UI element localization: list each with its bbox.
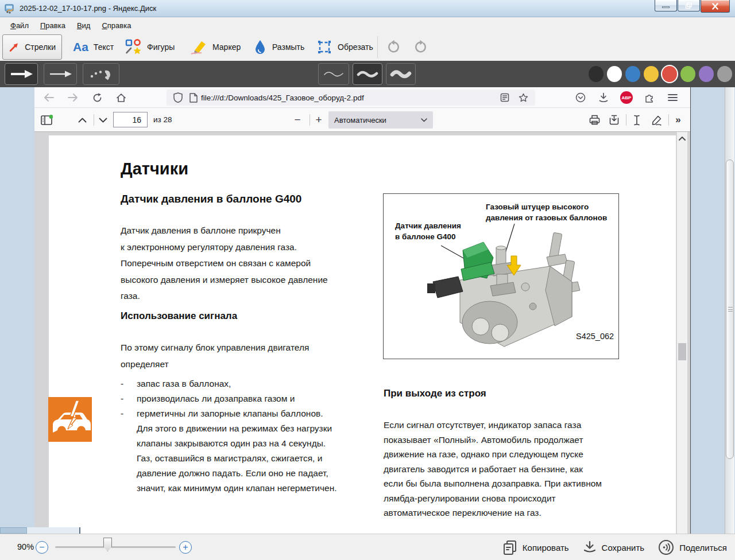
arrow-style-dotted-button[interactable]	[83, 63, 119, 85]
editor-horizontal-scrollbar-thumb[interactable]	[0, 527, 27, 534]
pdf-toolbar-separator	[94, 114, 94, 126]
color-swatch-gray[interactable]	[717, 66, 732, 82]
save-button[interactable]: Сохранить	[583, 540, 645, 554]
shapes-tool-label: Фигуры	[147, 42, 175, 52]
pdf-draw-pen-icon[interactable]	[649, 112, 664, 127]
style-bar	[0, 61, 735, 87]
line-weight-medium-button[interactable]	[353, 63, 382, 85]
reload-icon[interactable]	[90, 91, 105, 104]
menu-bar: Файл Правка Вид Справка	[0, 17, 735, 33]
editor-vscrollbar-thumb[interactable]	[726, 160, 734, 459]
shapes-tool-button[interactable]: Фигуры	[118, 34, 181, 60]
downloads-icon[interactable]	[596, 91, 611, 104]
pdf-zoom-out-icon[interactable]: −	[290, 112, 305, 127]
home-icon[interactable]	[114, 91, 129, 104]
editor-vertical-scrollbar[interactable]	[725, 87, 734, 534]
chevron-down-icon	[421, 118, 427, 122]
blur-tool-button[interactable]: Размыть	[247, 34, 311, 60]
zoom-in-button[interactable]: +	[179, 541, 192, 554]
menu-file[interactable]: Файл	[5, 19, 34, 32]
back-icon[interactable]	[41, 91, 56, 104]
color-swatch-green[interactable]	[680, 66, 695, 82]
arrows-tool-label: Стрелки	[25, 42, 56, 52]
list-dash: -	[121, 391, 137, 406]
download-icon	[583, 540, 597, 554]
zoom-out-button[interactable]: −	[36, 541, 48, 554]
arrow-style-solid-button[interactable]	[5, 63, 38, 85]
menu-view[interactable]: Вид	[71, 19, 96, 32]
color-swatch-white[interactable]	[607, 66, 622, 82]
yandex-disk-editor-window: 2025-12-02_17-10-17.png - Яндекс.Диск Фа…	[0, 0, 735, 560]
zoom-level-label: 90%	[17, 542, 34, 551]
pdf-page-number-input[interactable]	[113, 112, 148, 127]
close-button[interactable]	[701, 0, 730, 13]
color-swatch-black[interactable]	[589, 66, 604, 82]
marker-tool-button[interactable]: Маркер	[183, 34, 247, 60]
pdf-text-select-icon[interactable]	[629, 112, 644, 127]
pdf-toolbar-separator	[668, 114, 669, 126]
arrows-tool-button[interactable]: Стрелки	[2, 34, 62, 60]
electrical-warning-icon	[48, 397, 92, 442]
undo-button[interactable]	[384, 38, 403, 56]
pdf-content-area: Датчики Датчик давления в баллоне G400 Д…	[34, 132, 690, 534]
pdf-scrollbar[interactable]	[677, 132, 687, 534]
line-weight-thin-button[interactable]	[318, 63, 349, 85]
copy-button[interactable]: Копировать	[502, 540, 569, 555]
url-bar[interactable]: file:///d:/Downloads/425_Газовое_оборуд-…	[167, 90, 535, 106]
editor-bottom-bar: 90% − + Копировать Сохранить	[0, 534, 735, 560]
list-item: - герметичны ли запорные клапаны баллоно…	[121, 406, 390, 496]
zoom-slider-track[interactable]	[55, 546, 176, 548]
extensions-puzzle-icon[interactable]	[642, 91, 657, 104]
line-weight-thick-button[interactable]	[386, 63, 416, 85]
droplet-icon	[253, 39, 267, 55]
color-swatch-red-selected[interactable]	[662, 66, 677, 82]
pdf-next-page-icon[interactable]	[95, 112, 110, 127]
restore-button[interactable]	[678, 0, 700, 11]
pdf-more-tools-icon[interactable]: »	[671, 112, 686, 127]
bookmark-star-icon[interactable]	[516, 91, 531, 104]
blur-tool-label: Размыть	[272, 42, 304, 52]
redo-button[interactable]	[411, 38, 431, 56]
text-tool-button[interactable]: Aa Текст	[67, 34, 120, 60]
forward-icon[interactable]	[65, 91, 80, 104]
pdf-save-icon[interactable]	[606, 112, 621, 127]
section-heading-sensor: Датчик давления в баллоне G400	[121, 193, 301, 205]
page-title: Датчики	[121, 160, 188, 178]
paragraph-failure: Если сигнал отсутствует, индикатор запас…	[384, 418, 636, 520]
pdf-sidebar-toggle-icon[interactable]	[39, 112, 54, 127]
menu-edit[interactable]: Правка	[34, 19, 71, 32]
page-info-icon[interactable]	[189, 93, 198, 103]
color-swatch-yellow[interactable]	[644, 66, 659, 82]
crop-tool-button[interactable]: Обрезать	[310, 34, 380, 60]
pdf-print-icon[interactable]	[587, 112, 602, 127]
list-item: - запас газа в баллонах,	[121, 376, 390, 391]
editor-horizontal-scrollbar-track[interactable]	[27, 527, 80, 534]
scroll-up-icon[interactable]	[677, 133, 687, 143]
color-swatch-purple[interactable]	[699, 66, 714, 82]
menu-help[interactable]: Справка	[96, 19, 137, 32]
save-label: Сохранить	[602, 543, 645, 553]
paragraph-sensor-description: Датчик давления в баллоне прикручен к эл…	[121, 223, 385, 305]
pdf-zoom-in-icon[interactable]: +	[311, 112, 326, 127]
pdf-scrollbar-thumb[interactable]	[678, 343, 686, 360]
arrow-style-thin-button[interactable]	[44, 63, 77, 85]
editor-canvas: file:///d:/Downloads/425_Газовое_оборуд-…	[0, 87, 735, 534]
medium-wave-icon	[357, 69, 378, 79]
section-heading-failure: При выходе из строя	[384, 388, 486, 399]
reader-view-icon[interactable]	[497, 91, 512, 104]
color-swatch-blue[interactable]	[625, 66, 640, 82]
pdf-zoom-mode-select[interactable]: Автоматически	[328, 111, 433, 129]
adblock-icon[interactable]: ABP	[619, 91, 634, 104]
minimize-button[interactable]	[655, 0, 677, 11]
toolbar-separator	[377, 36, 378, 58]
pocket-icon[interactable]	[573, 91, 588, 104]
shield-icon[interactable]	[173, 92, 183, 103]
redo-icon	[413, 40, 428, 55]
share-label: Поделиться	[679, 543, 727, 553]
share-button[interactable]: Поделиться	[658, 539, 727, 555]
undo-icon	[386, 40, 401, 55]
pdf-page: Датчики Датчик давления в баллоне G400 Д…	[49, 135, 676, 534]
zoom-slider-thumb[interactable]	[103, 538, 112, 551]
pdf-prev-page-icon[interactable]	[75, 112, 90, 127]
hamburger-menu-icon[interactable]	[665, 91, 680, 104]
